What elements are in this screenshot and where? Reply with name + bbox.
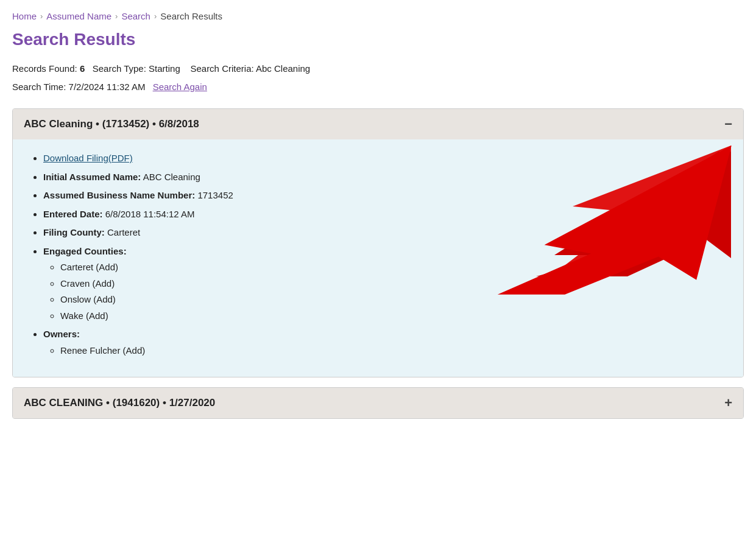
engaged-counties-item: Engaged Counties: Carteret (Add) Craven … (43, 245, 726, 323)
breadcrumb-current: Search Results (160, 11, 222, 21)
search-again-link[interactable]: Search Again (153, 82, 207, 92)
result-card-1: ABC Cleaning • (1713452) • 6/8/2018 − Do… (12, 108, 744, 377)
page-title: Search Results (12, 30, 744, 49)
county-craven: Craven (Add) (60, 277, 726, 291)
search-criteria-value: Abc Cleaning (256, 63, 310, 74)
search-time-row: Search Time: 7/2/2024 11:32 AM Search Ag… (12, 80, 744, 94)
result-card-1-header: ABC Cleaning • (1713452) • 6/8/2018 − (13, 109, 743, 139)
initial-assumed-name-label: Initial Assumed Name: (43, 172, 141, 182)
assumed-business-name-number-value: 1713452 (197, 190, 233, 200)
county-onslow: Onslow (Add) (60, 293, 726, 307)
breadcrumb-home[interactable]: Home (12, 11, 37, 21)
download-link-item: Download Filing(PDF) (43, 152, 726, 166)
breadcrumb: Home › Assumed Name › Search › Search Re… (12, 0, 744, 30)
search-time-value: 7/2/2024 11:32 AM (69, 82, 146, 92)
result-card-1-body: Download Filing(PDF) Initial Assumed Nam… (13, 139, 743, 377)
county-wake: Wake (Add) (60, 309, 726, 323)
breadcrumb-sep-2: › (115, 12, 118, 21)
assumed-business-name-number-item: Assumed Business Name Number: 1713452 (43, 189, 726, 203)
owners-item: Owners: Renee Fulcher (Add) (43, 328, 726, 357)
result-card-2: ABC CLEANING • (1941620) • 1/27/2020 + (12, 387, 744, 419)
result-fields-list: Download Filing(PDF) Initial Assumed Nam… (30, 152, 726, 357)
records-found-value: 6 (80, 63, 85, 74)
county-carteret: Carteret (Add) (60, 261, 726, 275)
breadcrumb-search[interactable]: Search (121, 11, 150, 21)
records-found-label: Records Found: (12, 63, 77, 74)
search-time-label: Search Time: (12, 82, 66, 92)
assumed-business-name-number-label: Assumed Business Name Number: (43, 190, 195, 200)
result-card-1-toggle[interactable]: − (724, 117, 732, 131)
search-meta: Records Found: 6 Search Type: Starting S… (12, 61, 744, 76)
owner-renee-fulcher: Renee Fulcher (Add) (60, 344, 726, 358)
result-card-2-toggle[interactable]: + (724, 396, 732, 410)
initial-assumed-name-item: Initial Assumed Name: ABC Cleaning (43, 170, 726, 184)
search-criteria-label: Search Criteria: (190, 63, 253, 74)
filing-county-label: Filing County: (43, 227, 105, 237)
result-card-2-title: ABC CLEANING • (1941620) • 1/27/2020 (24, 397, 215, 409)
owners-list: Renee Fulcher (Add) (43, 344, 726, 358)
result-card-1-title: ABC Cleaning • (1713452) • 6/8/2018 (24, 118, 199, 130)
owners-label: Owners: (43, 329, 80, 339)
filing-county-item: Filing County: Carteret (43, 226, 726, 240)
breadcrumb-assumed-name[interactable]: Assumed Name (46, 11, 111, 21)
engaged-counties-list: Carteret (Add) Craven (Add) Onslow (Add)… (43, 261, 726, 323)
breadcrumb-sep-3: › (154, 12, 157, 21)
result-card-2-header: ABC CLEANING • (1941620) • 1/27/2020 + (13, 388, 743, 418)
search-type-value: Starting (149, 63, 180, 74)
search-type-label: Search Type: (93, 63, 146, 74)
engaged-counties-label: Engaged Counties: (43, 246, 127, 256)
entered-date-value: 6/8/2018 11:54:12 AM (105, 209, 195, 219)
entered-date-label: Entered Date: (43, 209, 103, 219)
breadcrumb-sep-1: › (40, 12, 43, 21)
filing-county-value: Carteret (107, 227, 140, 237)
initial-assumed-name-value: ABC Cleaning (143, 172, 200, 182)
entered-date-item: Entered Date: 6/8/2018 11:54:12 AM (43, 208, 726, 222)
download-filing-link[interactable]: Download Filing(PDF) (43, 153, 133, 163)
